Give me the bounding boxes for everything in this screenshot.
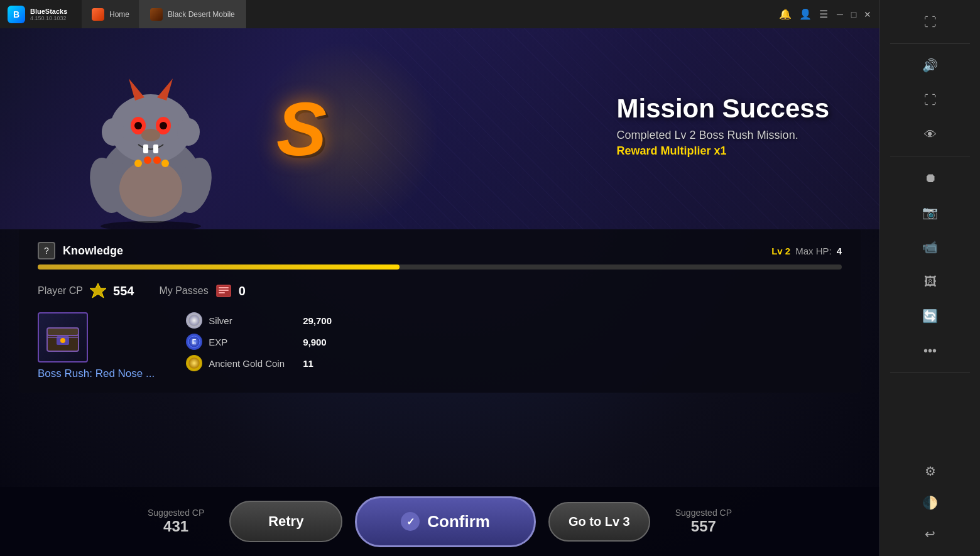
- svg-text:E: E: [192, 339, 197, 346]
- knowledge-row: ? Knowledge Lv 2 Max HP: 4: [38, 242, 842, 259]
- sidebar-screenshot-btn[interactable]: 📷: [915, 197, 946, 228]
- passes-icon: [215, 282, 232, 300]
- sidebar-back-btn[interactable]: ↩: [915, 518, 946, 550]
- suggested-cp-left: Suggested CP 431: [148, 508, 204, 535]
- svg-rect-7: [143, 144, 148, 153]
- exp-row: E EXP 9,900: [186, 334, 332, 350]
- svg-marker-21: [90, 283, 106, 298]
- confirm-button[interactable]: ✓ Confirm: [355, 496, 536, 547]
- svg-point-18: [153, 156, 161, 164]
- gold-row: Ancient Gold Coin 11: [186, 355, 332, 371]
- tab-bdm[interactable]: Black Desert Mobile: [140, 0, 246, 28]
- monster-image: [63, 53, 239, 229]
- bdm-tab-icon: [150, 8, 163, 21]
- svg-rect-25: [219, 292, 225, 293]
- topbar-right: 🔔 👤 ☰ ─ □ ✕: [779, 8, 879, 20]
- svg-point-5: [160, 122, 167, 129]
- bluestacks-logo: B BlueStacks 4.150.10.1032: [0, 6, 82, 23]
- home-tab-icon: [92, 8, 104, 21]
- svg-rect-23: [219, 287, 229, 288]
- sidebar-sync-btn[interactable]: 🔄: [915, 300, 946, 332]
- close-button[interactable]: ✕: [863, 10, 872, 19]
- stats-row: Player CP 554 My Passes 0: [38, 282, 842, 300]
- progress-bar: [38, 264, 842, 270]
- reward-item-box: [38, 312, 88, 362]
- sidebar-expand-btn[interactable]: ⛶: [915, 6, 946, 38]
- knowledge-stats: Lv 2 Max HP: 4: [771, 246, 842, 256]
- svg-point-34: [188, 357, 200, 369]
- sidebar-divider-2: [890, 156, 970, 156]
- svg-point-12: [177, 118, 200, 146]
- cp-icon: [89, 282, 107, 300]
- home-tab-label: Home: [109, 10, 129, 19]
- sidebar-bottom: ⚙ 🌓 ↩: [915, 455, 946, 550]
- mission-info: Mission Success Completed Lv 2 Boss Rush…: [617, 94, 829, 158]
- suggested-cp-left-value: 431: [163, 518, 188, 535]
- content-panel: ? Knowledge Lv 2 Max HP: 4 Player CP 554…: [19, 229, 861, 393]
- bluestacks-text: BlueStacks 4.150.10.1032: [30, 8, 67, 21]
- knowledge-icon: ?: [38, 242, 55, 259]
- topbar: B BlueStacks 4.150.10.1032 Home Black De…: [0, 0, 879, 28]
- sidebar-visibility-btn[interactable]: 👁: [915, 119, 946, 150]
- svg-point-6: [141, 129, 160, 141]
- grade-badge: S: [276, 91, 327, 166]
- right-sidebar: ⛶ 🔊 ⛶ 👁 ⏺ 📷 📹 🖼 🔄 ••• ⚙ 🌓 ↩: [879, 0, 980, 556]
- svg-point-29: [60, 338, 65, 343]
- suggested-cp-right-value: 557: [691, 518, 716, 535]
- menu-icon[interactable]: ☰: [819, 8, 828, 20]
- sidebar-theme-btn[interactable]: 🌓: [915, 487, 946, 518]
- svg-rect-24: [219, 290, 229, 291]
- bluestacks-icon: B: [8, 6, 25, 23]
- monster-area: [31, 41, 270, 229]
- goto-button[interactable]: Go to Lv 3: [548, 502, 650, 542]
- max-hp-label: Max HP:: [795, 246, 832, 256]
- maximize-button[interactable]: □: [849, 10, 858, 19]
- my-passes-value: 0: [239, 284, 246, 298]
- window-controls: ─ □ ✕: [836, 10, 872, 19]
- sidebar-video-btn[interactable]: 📹: [915, 231, 946, 263]
- bluestacks-version: 4.150.10.1032: [30, 15, 67, 21]
- sidebar-volume-btn[interactable]: 🔊: [915, 50, 946, 81]
- my-passes-label: My Passes: [159, 285, 208, 297]
- player-cp-stat: Player CP 554: [38, 282, 134, 300]
- sidebar-record-btn[interactable]: ⏺: [915, 162, 946, 194]
- sidebar-settings-btn[interactable]: ⚙: [915, 455, 946, 487]
- suggested-cp-left-label: Suggested CP: [148, 508, 204, 518]
- svg-point-19: [161, 160, 169, 167]
- sidebar-gallery-btn[interactable]: 🖼: [915, 266, 946, 297]
- silver-label: Silver: [209, 315, 297, 326]
- svg-point-11: [102, 118, 124, 146]
- svg-marker-9: [129, 79, 144, 101]
- suggested-cp-right-label: Suggested CP: [675, 508, 732, 518]
- minimize-button[interactable]: ─: [836, 10, 844, 19]
- gold-label: Ancient Gold Coin: [209, 358, 297, 369]
- action-bar: Suggested CP 431 Retry ✓ Confirm Go to L…: [0, 487, 879, 556]
- account-icon[interactable]: 👤: [799, 8, 812, 20]
- sidebar-more-btn[interactable]: •••: [915, 335, 946, 366]
- mission-title: Mission Success: [617, 94, 829, 124]
- reward-currencies: Silver 29,700 E EXP 9,900: [186, 312, 332, 371]
- svg-rect-8: [153, 144, 158, 153]
- gold-icon: [186, 355, 202, 371]
- reward-multiplier: Reward Multiplier x1: [617, 144, 829, 158]
- bluestacks-title: BlueStacks: [30, 8, 67, 15]
- svg-point-17: [144, 156, 151, 164]
- sidebar-divider-3: [890, 372, 970, 373]
- svg-marker-10: [157, 79, 173, 101]
- silver-value: 29,700: [303, 315, 332, 326]
- mission-subtitle: Completed Lv 2 Boss Rush Mission.: [617, 129, 829, 142]
- quest-name: Boss Rush: Red Nose ...: [38, 368, 155, 380]
- retry-button[interactable]: Retry: [229, 501, 342, 542]
- main-game-area: B BlueStacks 4.150.10.1032 Home Black De…: [0, 0, 879, 556]
- exp-label: EXP: [209, 337, 297, 347]
- max-hp-value: 4: [837, 246, 842, 256]
- svg-point-15: [119, 160, 182, 217]
- sidebar-fullscreen-btn[interactable]: ⛶: [915, 84, 946, 116]
- level-value: Lv 2: [771, 246, 790, 256]
- notification-icon[interactable]: 🔔: [779, 8, 792, 20]
- svg-point-4: [134, 122, 142, 129]
- suggested-cp-right: Suggested CP 557: [675, 508, 732, 535]
- exp-value: 9,900: [303, 337, 327, 347]
- player-cp-value: 554: [113, 284, 134, 298]
- tab-home[interactable]: Home: [82, 0, 140, 28]
